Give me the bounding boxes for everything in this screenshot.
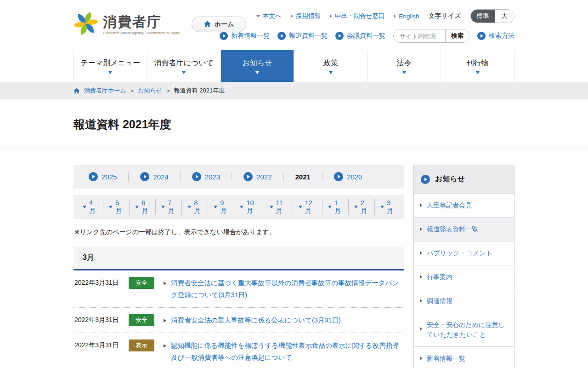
title-band: 報道資料 2021年度 [0, 99, 588, 149]
month-label: 6月 [141, 199, 150, 215]
month-links: 4月 5月 6月 7月 8月 9月 10月 11月 12月 1月 2月 3月 [74, 195, 404, 219]
chevron-down-icon [329, 71, 333, 74]
chevron-down-icon [182, 71, 186, 74]
month-label: 7月 [168, 199, 176, 215]
search-input[interactable] [394, 29, 445, 42]
play-circle-icon [421, 175, 430, 184]
month-link-1[interactable]: 1月 [322, 199, 348, 215]
month-link-8[interactable]: 8月 [181, 199, 208, 215]
year-label: 2020 [347, 173, 362, 181]
sidebar-item-safety-caution[interactable]: 安全・安心のために注意していただきたいこと [414, 313, 514, 346]
month-link-5[interactable]: 5月 [103, 199, 129, 215]
sidebar-item-events[interactable]: 行事案内 [414, 265, 514, 289]
year-link-2020[interactable]: 2020 [322, 172, 373, 181]
play-circle-icon [220, 32, 228, 40]
breadcrumb-home-link[interactable]: 消費者庁ホーム [84, 86, 126, 95]
chevron-right-icon [420, 327, 422, 331]
english-label: English [399, 13, 419, 20]
category-badge-safety: 安全 [129, 314, 154, 326]
chevron-down-icon [161, 206, 165, 208]
play-circle-icon [192, 172, 201, 181]
month-link-9[interactable]: 9月 [208, 199, 234, 215]
chevron-right-icon [394, 14, 396, 18]
font-size-large-button[interactable]: 大 [495, 10, 514, 23]
breadcrumb-separator: > [166, 87, 170, 94]
nav-tab-label: お知らせ [243, 58, 272, 68]
content-area: 2025 2024 2023 2022 2021 2020 [74, 149, 514, 368]
year-label: 2025 [102, 173, 117, 181]
month-link-10[interactable]: 10月 [234, 199, 263, 215]
month-label: 12月 [305, 199, 317, 215]
chevron-down-icon [214, 206, 217, 208]
chevron-down-icon [328, 206, 332, 208]
chevron-down-icon [109, 206, 113, 208]
month-label: 9月 [220, 199, 228, 215]
nav-tab-publications[interactable]: 刊行物 [441, 50, 514, 82]
nav-tab-label: 刊行物 [467, 58, 489, 68]
press-materials-list-link[interactable]: 報道資料一覧 [277, 32, 328, 40]
new-info-list-link[interactable]: 新着情報一覧 [220, 32, 270, 40]
chevron-down-icon [354, 206, 358, 208]
search-button[interactable]: 検索 [445, 29, 469, 42]
nav-tab-news[interactable]: お知らせ [220, 50, 294, 82]
recruit-label: 採用情報 [296, 12, 321, 20]
agency-logo[interactable]: 消費者庁 Consumer Affairs Agency, Government… [74, 11, 181, 38]
play-circle-icon [334, 172, 343, 181]
chevron-right-icon [420, 203, 422, 207]
breadcrumb-current-page: 報道資料 2021年度 [174, 86, 225, 95]
nav-tab-policy[interactable]: 政策 [294, 50, 367, 82]
sidebar-item-label: パブリック・コメント [427, 248, 492, 258]
nav-tab-theme-menu[interactable]: テーマ別メニュー [74, 50, 147, 82]
agency-name: 消費者庁 [103, 14, 181, 29]
breadcrumb-separator: > [130, 87, 134, 94]
month-link-3[interactable]: 3月 [374, 199, 401, 215]
month-link-4[interactable]: 4月 [77, 199, 103, 215]
contact-link[interactable]: 申出・問合せ窓口 [330, 12, 384, 20]
year-link-2022[interactable]: 2022 [232, 172, 283, 181]
section-heading-march: 3月 [74, 247, 404, 270]
home-icon [204, 21, 211, 29]
year-link-2025[interactable]: 2025 [77, 172, 128, 181]
play-circle-icon [243, 172, 253, 181]
breadcrumb-news-link[interactable]: お知らせ [138, 86, 162, 95]
year-link-2024[interactable]: 2024 [128, 172, 180, 181]
skip-to-content-link[interactable]: 本文へ [256, 12, 282, 20]
news-link[interactable]: 消費者安全法の重大事故等に係る公表について(3月31日) [171, 314, 403, 326]
sidebar-item-public-comment[interactable]: パブリック・コメント [414, 241, 514, 265]
news-link[interactable]: 認知機能に係る機能性を標ぼうする機能性表示食品の表示に関する改善指導及び一般消費… [171, 339, 403, 363]
month-link-2[interactable]: 2月 [348, 199, 374, 215]
news-link[interactable]: 消費者安全法に基づく重大事故等以外の消費者事故等の事故情報データバンク登録につい… [171, 277, 403, 301]
news-row: 2022年3月31日 安全 消費者安全法の重大事故等に係る公表について(3月31… [74, 308, 404, 333]
main-column: 2025 2024 2023 2022 2021 2020 [74, 165, 404, 368]
font-size-label: 文字サイズ [429, 12, 461, 20]
main-navigation: テーマ別メニュー 消費者庁について お知らせ 政策 法令 刊行物 [0, 50, 588, 82]
news-row: 2022年3月31日 安全 消費者安全法に基づく重大事故等以外の消費者事故等の事… [74, 270, 404, 308]
chevron-down-icon [240, 206, 243, 208]
nav-tab-label: テーマ別メニュー [80, 58, 140, 68]
contact-label: 申出・問合せ窓口 [335, 12, 384, 20]
chevron-right-icon [420, 251, 422, 255]
nav-tab-laws[interactable]: 法令 [367, 50, 441, 82]
search-help-link[interactable]: 検索方法 [477, 32, 514, 40]
nav-tab-about-agency[interactable]: 消費者庁について [147, 50, 220, 82]
year-link-2023[interactable]: 2023 [180, 172, 232, 181]
font-size-standard-button[interactable]: 標準 [471, 10, 495, 23]
meeting-materials-list-link[interactable]: 会議資料一覧 [335, 32, 385, 40]
english-link[interactable]: English [394, 13, 419, 20]
month-link-6[interactable]: 6月 [129, 199, 155, 215]
month-link-12[interactable]: 12月 [293, 199, 322, 215]
nav-tab-label: 法令 [397, 58, 412, 68]
quick-links-row: 新着情報一覧 報道資料一覧 会議資料一覧 検索 検索方法 [220, 29, 514, 43]
play-circle-icon [140, 172, 149, 181]
sidebar-item-press-release-list[interactable]: 報道発表資料一覧 [414, 217, 514, 241]
month-link-11[interactable]: 11月 [264, 199, 293, 215]
meeting-materials-list-label: 会議資料一覧 [347, 32, 385, 40]
month-link-7[interactable]: 7月 [155, 199, 181, 215]
chevron-down-icon [380, 206, 384, 208]
sidebar-item-procurement[interactable]: 調達情報 [414, 289, 514, 313]
year-label: 2023 [205, 173, 220, 181]
play-circle-icon [335, 32, 344, 40]
sidebar-item-press-conference[interactable]: 大臣等記者会見 [414, 193, 514, 217]
sidebar-item-new-info-list[interactable]: 新着情報一覧 [414, 346, 514, 368]
recruit-link[interactable]: 採用情報 [291, 12, 321, 20]
